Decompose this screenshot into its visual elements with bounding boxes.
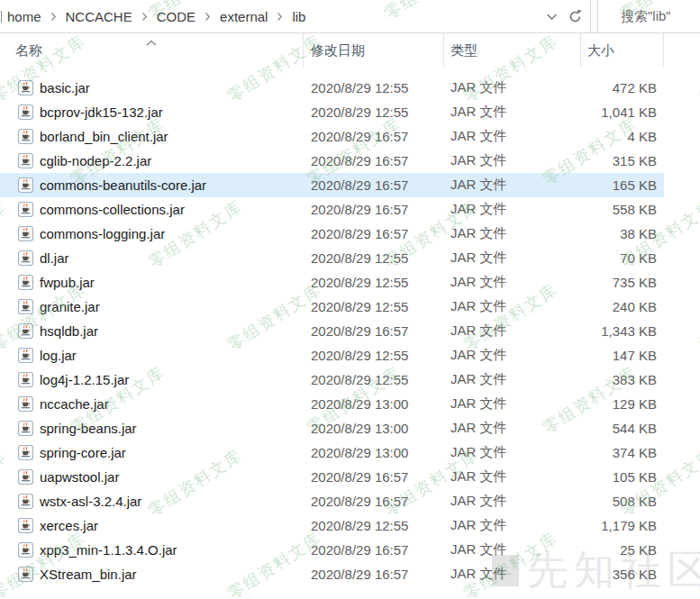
file-row[interactable]: commons-beanutils-core.jar 2020/8/29 16:…	[0, 173, 664, 197]
file-name: commons-beanutils-core.jar	[40, 177, 206, 193]
explorer-window: homeNCCACHECODEexternallib 搜索"lib"	[0, 0, 700, 599]
column-header-name-label: 名称	[15, 42, 42, 59]
address-dropdown-button[interactable]	[546, 13, 558, 21]
jar-file-icon	[18, 372, 33, 387]
file-name: wstx-asl-3.2.4.jar	[40, 494, 141, 509]
breadcrumb-item-external[interactable]: external	[220, 9, 268, 24]
file-name: dl.jar	[40, 250, 69, 266]
jar-file-icon	[18, 202, 33, 217]
file-row[interactable]: spring-core.jar 2020/8/29 13:00 JAR 文件 3…	[0, 440, 664, 465]
jar-file-icon	[18, 80, 33, 95]
file-date-modified: 2020/8/29 12:55	[304, 275, 444, 290]
file-date-modified: 2020/8/29 16:57	[304, 153, 444, 168]
file-name-cell: XStream_bin.jar	[0, 567, 304, 582]
file-row[interactable]: nccache.jar 2020/8/29 13:00 JAR 文件 129 K…	[0, 392, 664, 416]
file-name-cell: spring-core.jar	[0, 445, 304, 460]
jar-file-icon	[18, 348, 33, 363]
file-name: nccache.jar	[40, 396, 109, 412]
file-name: log.jar	[40, 348, 77, 363]
file-size: 315 KB	[581, 153, 664, 168]
file-row[interactable]: log.jar 2020/8/29 12:55 JAR 文件 147 KB	[0, 343, 664, 368]
file-name-cell: commons-collections.jar	[0, 202, 304, 217]
file-row[interactable]: uapwstool.jar 2020/8/29 16:57 JAR 文件 105…	[0, 465, 664, 489]
breadcrumb-chevron-icon	[205, 12, 211, 22]
file-row[interactable]: commons-logging.jar 2020/8/29 16:57 JAR …	[0, 222, 664, 246]
file-name-cell: xpp3_min-1.1.3.4.O.jar	[0, 542, 304, 558]
file-row[interactable]: XStream_bin.jar 2020/8/29 16:57 JAR 文件 3…	[0, 562, 664, 586]
file-name-cell: uapwstool.jar	[0, 469, 304, 485]
file-type: JAR 文件	[444, 444, 581, 461]
file-row[interactable]: fwpub.jar 2020/8/29 12:55 JAR 文件 735 KB	[0, 270, 664, 295]
sort-ascending-icon	[145, 34, 158, 50]
file-size: 240 KB	[581, 299, 664, 314]
file-type: JAR 文件	[444, 79, 581, 96]
search-box[interactable]: 搜索"lib"	[597, 0, 700, 32]
file-date-modified: 2020/8/29 12:55	[304, 104, 444, 120]
column-header-type[interactable]: 类型	[444, 33, 581, 68]
file-date-modified: 2020/8/29 16:57	[304, 542, 444, 558]
file-size: 544 KB	[581, 421, 664, 436]
file-name-cell: granite.jar	[0, 299, 304, 314]
file-row[interactable]: granite.jar 2020/8/29 12:55 JAR 文件 240 K…	[0, 295, 664, 319]
file-row[interactable]: basic.jar 2020/8/29 12:55 JAR 文件 472 KB	[0, 76, 664, 100]
jar-file-icon	[18, 129, 33, 144]
file-date-modified: 2020/8/29 16:57	[304, 226, 444, 241]
file-name-cell: xerces.jar	[0, 518, 304, 533]
file-type: JAR 文件	[444, 274, 581, 291]
breadcrumb-chevron-icon	[50, 12, 57, 22]
file-size: 1,041 KB	[581, 104, 664, 120]
breadcrumb: homeNCCACHECODEexternallib	[7, 9, 541, 24]
column-header-date[interactable]: 修改日期	[304, 33, 444, 68]
file-name-cell: basic.jar	[0, 80, 304, 95]
file-date-modified: 2020/8/29 12:55	[304, 299, 444, 314]
breadcrumb-chevron-icon	[277, 12, 283, 22]
file-row[interactable]: wstx-asl-3.2.4.jar 2020/8/29 16:57 JAR 文…	[0, 489, 664, 513]
file-size: 165 KB	[581, 177, 664, 193]
file-type: JAR 文件	[444, 395, 581, 413]
file-row[interactable]: cglib-nodep-2.2.jar 2020/8/29 16:57 JAR …	[0, 149, 664, 173]
file-type: JAR 文件	[444, 225, 581, 242]
file-size: 147 KB	[581, 348, 664, 363]
file-row[interactable]: bcprov-jdk15-132.jar 2020/8/29 12:55 JAR…	[0, 100, 664, 124]
file-row[interactable]: commons-collections.jar 2020/8/29 16:57 …	[0, 197, 664, 222]
file-row[interactable]: xpp3_min-1.1.3.4.O.jar 2020/8/29 16:57 J…	[0, 538, 664, 562]
file-row[interactable]: spring-beans.jar 2020/8/29 13:00 JAR 文件 …	[0, 416, 664, 440]
file-type: JAR 文件	[444, 322, 581, 340]
file-name: cglib-nodep-2.2.jar	[40, 153, 151, 168]
file-type: JAR 文件	[444, 566, 581, 583]
jar-file-icon	[18, 275, 33, 290]
file-size: 472 KB	[581, 80, 664, 95]
file-row[interactable]: dl.jar 2020/8/29 12:55 JAR 文件 70 KB	[0, 246, 664, 270]
jar-file-icon	[18, 299, 33, 314]
file-type: JAR 文件	[444, 541, 581, 558]
file-name: spring-core.jar	[40, 445, 126, 460]
file-row[interactable]: borland_bin_client.jar 2020/8/29 16:57 J…	[0, 124, 664, 149]
file-date-modified: 2020/8/29 12:55	[304, 348, 444, 363]
address-bar-buttons	[541, 9, 590, 24]
refresh-button[interactable]	[568, 9, 583, 24]
column-header-type-label: 类型	[450, 42, 477, 59]
column-header-name[interactable]: 名称	[0, 33, 304, 68]
file-date-modified: 2020/8/29 12:55	[304, 80, 444, 95]
breadcrumb-chevron-icon	[141, 12, 148, 22]
file-type: JAR 文件	[444, 152, 581, 169]
file-date-modified: 2020/8/29 12:55	[304, 372, 444, 387]
file-name-cell: bcprov-jdk15-132.jar	[0, 104, 304, 120]
file-size: 558 KB	[581, 202, 664, 217]
file-name-cell: dl.jar	[0, 250, 304, 266]
address-bar[interactable]: homeNCCACHECODEexternallib	[0, 0, 591, 32]
file-size: 508 KB	[581, 494, 664, 509]
breadcrumb-item-code[interactable]: CODE	[157, 9, 195, 24]
file-row[interactable]: log4j-1.2.15.jar 2020/8/29 12:55 JAR 文件 …	[0, 368, 664, 392]
file-date-modified: 2020/8/29 16:57	[304, 567, 444, 582]
file-row[interactable]: hsqldb.jar 2020/8/29 16:57 JAR 文件 1,343 …	[0, 319, 664, 343]
breadcrumb-item-home[interactable]: home	[7, 9, 41, 24]
breadcrumb-item-lib[interactable]: lib	[292, 9, 305, 24]
file-date-modified: 2020/8/29 16:57	[304, 469, 444, 485]
breadcrumb-item-nccache[interactable]: NCCACHE	[66, 9, 132, 24]
column-header-size[interactable]: 大小	[581, 33, 664, 68]
file-name: bcprov-jdk15-132.jar	[40, 104, 163, 120]
file-date-modified: 2020/8/29 16:57	[304, 202, 444, 217]
file-date-modified: 2020/8/29 13:00	[304, 396, 444, 412]
file-row[interactable]: xerces.jar 2020/8/29 12:55 JAR 文件 1,179 …	[0, 513, 664, 538]
